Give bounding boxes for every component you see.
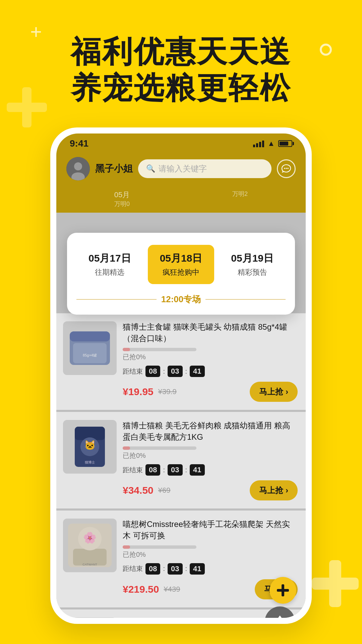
hero-title-line1: 福利优惠天天送 xyxy=(0,34,362,70)
content-area: 05月17日 往期精选 05月18日 疯狂抢购中 05月19日 精彩预告 12:… xyxy=(56,213,306,618)
date-option-17-label: 往期精选 xyxy=(81,267,138,277)
date-option-19-date: 05月19日 xyxy=(224,252,281,265)
chat-icon[interactable] xyxy=(277,159,296,178)
date-tab-next[interactable]: 万明2 xyxy=(181,185,299,213)
signal-icon xyxy=(253,140,264,147)
svg-point-9 xyxy=(287,168,289,169)
date-option-17[interactable]: 05月17日 往期精选 xyxy=(76,245,143,284)
wifi-icon: ▲ xyxy=(267,139,275,148)
hero-section: 福利优惠天天送 养宠选粮更轻松 xyxy=(0,34,362,106)
date-tab-prev[interactable]: 05月 万明0 xyxy=(63,185,181,213)
username-label: 黑子小姐 xyxy=(95,162,133,175)
svg-point-5 xyxy=(74,162,82,170)
popup-overlay: 05月17日 往期精选 05月18日 疯狂抢购中 05月19日 精彩预告 12:… xyxy=(56,213,306,618)
phone-mockup: 9:41 ▲ xyxy=(50,127,312,624)
search-icon: 🔍 xyxy=(146,164,155,173)
phone-screen: 9:41 ▲ xyxy=(56,133,306,618)
svg-point-8 xyxy=(286,168,287,169)
top-nav: 黑子小姐 🔍 请输入关键字 xyxy=(56,152,306,185)
date-option-19-label: 精彩预告 xyxy=(224,267,281,277)
phone-notch xyxy=(147,133,215,148)
date-tabs-row: 05月 万明0 万明2 xyxy=(56,185,306,213)
decoration-cross-right xyxy=(312,560,359,607)
svg-rect-3 xyxy=(312,578,359,590)
fab-button[interactable] xyxy=(269,577,296,604)
avatar xyxy=(66,157,90,180)
search-bar[interactable]: 🔍 请输入关键字 xyxy=(138,159,272,178)
time-session-label: 12:00专场 xyxy=(76,293,286,305)
status-icons: ▲ xyxy=(253,139,292,148)
status-time: 9:41 xyxy=(70,138,88,149)
date-option-19[interactable]: 05月19日 精彩预告 xyxy=(219,245,286,284)
date-option-18-label: 疯狂抢购中 xyxy=(153,267,210,277)
date-picker-popup: 05月17日 往期精选 05月18日 疯狂抢购中 05月19日 精彩预告 12:… xyxy=(67,233,295,315)
hero-title-line2: 养宠选粮更轻松 xyxy=(0,70,362,106)
date-option-18-date: 05月18日 xyxy=(153,252,210,265)
date-option-18[interactable]: 05月18日 疯狂抢购中 xyxy=(148,245,215,284)
svg-point-7 xyxy=(284,168,285,169)
popup-date-options: 05月17日 往期精选 05月18日 疯狂抢购中 05月19日 精彩预告 xyxy=(76,245,286,284)
battery-icon xyxy=(278,140,292,147)
svg-rect-27 xyxy=(277,589,289,592)
search-placeholder: 请输入关键字 xyxy=(159,163,207,174)
date-option-17-date: 05月17日 xyxy=(81,252,138,265)
